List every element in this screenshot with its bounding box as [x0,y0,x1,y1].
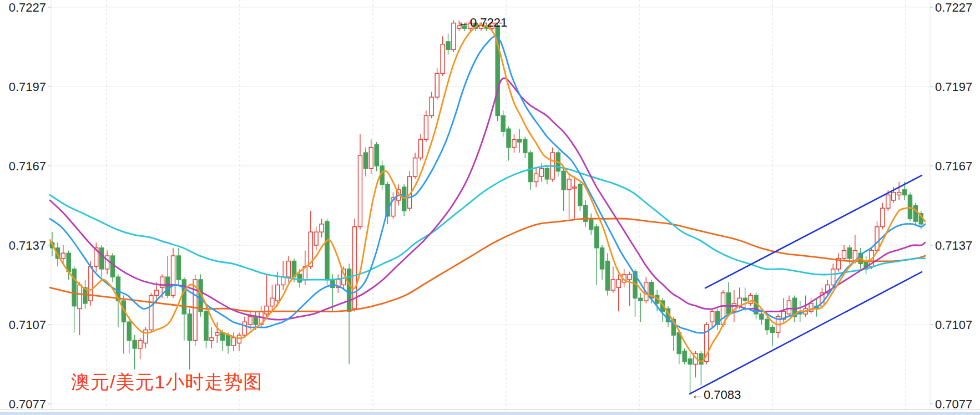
price-tick-label: 0.7137 [935,239,972,252]
grid-layer [0,0,980,409]
price-axis-left: 0.72270.71970.71670.71370.71070.7077 [9,1,46,411]
price-tick-label: 0.7227 [935,1,972,14]
price-tick-label: 0.7167 [9,159,46,173]
low-price-annotation: ←0.7083 [691,389,741,401]
price-tick-label: 0.7167 [935,159,972,173]
bottom-scroll-strip[interactable] [0,412,980,415]
price-tick-label: 0.7197 [935,80,972,94]
price-tick-label: 0.7197 [9,80,46,94]
ma-line-ma-45 [50,166,925,280]
candles-layer [50,21,923,393]
channel-lower [690,272,922,394]
price-tick-label: 0.7107 [9,318,46,332]
candlestick-chart: 0.72270.71970.71670.71370.71070.7077 0.7… [0,0,980,415]
ma-line-ma-25 [50,78,925,320]
ma-line-ma-10 [50,36,925,333]
price-tick-label: 0.7077 [935,397,972,411]
price-tick-label: 0.7137 [9,239,46,252]
price-axis-right: 0.72270.71970.71670.71370.71070.7077 [935,1,972,411]
price-tick-label: 0.7107 [935,318,972,332]
chart-window: 0.72270.71970.71670.71370.71070.7077 0.7… [0,0,980,415]
price-tick-label: 0.7077 [9,397,46,411]
price-tick-label: 0.7227 [9,1,46,14]
chart-title: 澳元/美元1小时走势图 [71,371,262,393]
high-price-annotation: ←0.7221 [458,17,507,29]
